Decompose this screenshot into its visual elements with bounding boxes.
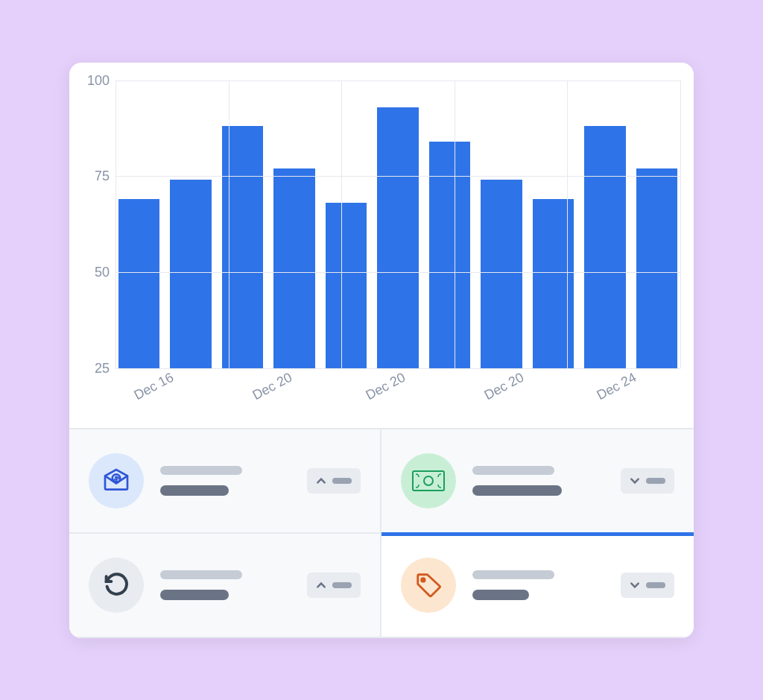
stat-value-placeholder (160, 485, 229, 496)
trend-value-placeholder (646, 478, 665, 484)
chevron-down-icon (630, 476, 640, 486)
bar-chart: 100755025 Dec 16Dec 20Dec 20Dec 20Dec 24 (69, 63, 694, 428)
dashboard-card: 100755025 Dec 16Dec 20Dec 20Dec 20Dec 24 (69, 63, 694, 638)
gridline-vertical (229, 81, 229, 368)
stat-text (472, 570, 604, 600)
y-axis: 100755025 (81, 81, 115, 368)
tag-icon (401, 558, 456, 613)
cash-icon (401, 453, 456, 508)
stat-cell[interactable] (382, 534, 694, 638)
gridline-vertical (115, 81, 116, 368)
bar (377, 107, 418, 368)
gridline-vertical (455, 81, 455, 368)
chart-plot (115, 81, 680, 368)
undo-icon (89, 558, 144, 613)
bar (170, 180, 211, 368)
trend-value-placeholder (332, 582, 352, 588)
stat-text (160, 466, 291, 496)
x-tick: Dec 20 (481, 369, 526, 403)
svg-point-2 (424, 476, 433, 485)
x-tick: Dec 24 (595, 369, 639, 403)
bar (481, 180, 522, 368)
gridline-horizontal (115, 176, 680, 177)
bar (326, 203, 367, 368)
bar (118, 199, 159, 368)
gridline-horizontal (115, 272, 680, 273)
y-tick: 50 (95, 264, 110, 280)
stats-grid (69, 428, 694, 638)
stat-value-placeholder (160, 590, 229, 600)
chevron-up-icon (316, 580, 326, 590)
gridline-vertical (680, 81, 681, 368)
stat-cell[interactable] (382, 429, 694, 534)
bar (584, 126, 625, 368)
bar (636, 168, 677, 368)
stat-label-placeholder (160, 466, 242, 475)
y-tick: 75 (95, 168, 110, 184)
stat-label-placeholder (472, 570, 554, 579)
x-tick: Dec 20 (363, 369, 408, 403)
x-axis: Dec 16Dec 20Dec 20Dec 20Dec 24 (115, 368, 680, 428)
y-tick: 25 (95, 360, 110, 376)
stat-value-placeholder (472, 590, 529, 600)
trend-chip[interactable] (621, 468, 674, 494)
bar (273, 168, 314, 368)
stat-value-placeholder (472, 485, 562, 496)
trend-chip[interactable] (621, 573, 674, 598)
stat-text (160, 570, 291, 600)
stat-cell[interactable] (69, 429, 382, 534)
stat-text (472, 466, 604, 496)
trend-chip[interactable] (307, 573, 361, 598)
gridline-vertical (341, 81, 342, 368)
x-tick: Dec 20 (250, 369, 294, 403)
trend-value-placeholder (332, 478, 352, 484)
gridline-vertical (567, 81, 568, 368)
trend-chip[interactable] (307, 468, 361, 494)
stat-label-placeholder (160, 570, 242, 579)
stat-label-placeholder (472, 466, 554, 475)
stat-cell[interactable] (69, 534, 382, 638)
y-tick: 100 (87, 72, 110, 88)
chevron-up-icon (316, 476, 326, 486)
chevron-down-icon (630, 580, 640, 590)
gridline-horizontal (115, 81, 680, 81)
svg-point-3 (422, 578, 425, 581)
envelope-dollar-icon (89, 453, 144, 508)
chart-bars (115, 81, 680, 368)
trend-value-placeholder (646, 582, 665, 588)
x-tick: Dec 16 (131, 369, 176, 403)
